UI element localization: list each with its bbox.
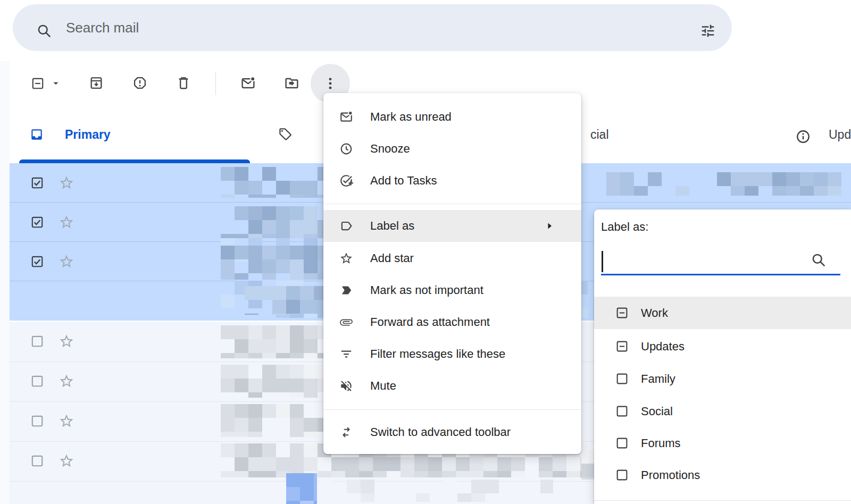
label-option-work[interactable]: Work <box>594 297 851 329</box>
report-spam-icon[interactable] <box>132 75 147 90</box>
search-input[interactable]: Search mail <box>66 4 139 51</box>
mute-icon <box>339 379 353 393</box>
primary-tab-icon <box>30 128 44 141</box>
submenu-arrow-icon <box>543 220 556 232</box>
submenu-divider <box>594 500 851 501</box>
tab-primary[interactable]: Primary <box>65 128 111 142</box>
mark-unread-icon[interactable] <box>240 75 256 91</box>
menu-item-switch-toolbar[interactable]: Switch to advanced toolbar <box>323 416 581 448</box>
search-options-icon[interactable] <box>700 23 716 39</box>
toolbar-divider <box>215 72 216 95</box>
row-checkbox-empty[interactable] <box>30 454 44 468</box>
search-icon <box>811 252 827 268</box>
label-as-title: Label as: <box>601 220 648 234</box>
label-option-family[interactable]: Family <box>594 363 851 395</box>
redacted-content <box>319 480 553 502</box>
row-checkbox-checked[interactable] <box>30 176 44 190</box>
menu-divider <box>323 409 581 410</box>
label-option-promotions[interactable]: Promotions <box>594 459 851 491</box>
search-field-underline <box>601 274 840 275</box>
move-to-icon[interactable] <box>284 75 299 91</box>
row-star-icon[interactable] <box>59 373 74 389</box>
redacted-content <box>286 473 317 504</box>
checkbox-empty-icon <box>615 372 629 385</box>
clock-icon <box>339 142 353 156</box>
primary-tab-underline <box>19 159 250 163</box>
checkbox-empty-icon <box>615 468 629 482</box>
label-as-submenu: Label as: Work Updates Family Social For… <box>594 209 851 504</box>
row-checkbox-empty[interactable] <box>30 374 44 388</box>
info-icon[interactable] <box>795 129 811 145</box>
row-star-icon[interactable] <box>59 453 74 469</box>
row-star-icon[interactable] <box>59 214 74 230</box>
select-dropdown-caret-icon[interactable] <box>50 78 62 89</box>
more-options-icon[interactable] <box>323 76 338 91</box>
menu-item-snooze[interactable]: Snooze <box>323 133 581 165</box>
menu-item-add-star[interactable]: Add star <box>323 242 581 274</box>
label-option-updates[interactable]: Updates <box>594 330 851 363</box>
select-all-checkbox-icon[interactable] <box>31 77 45 90</box>
menu-item-add-to-tasks[interactable]: Add to Tasks <box>323 165 581 197</box>
row-checkbox-empty[interactable] <box>30 334 44 348</box>
menu-item-forward-as-attachment[interactable]: Forward as attachment <box>323 306 581 338</box>
tab-updates-fragment[interactable]: Upd <box>829 128 851 142</box>
mail-unread-icon <box>339 110 353 124</box>
task-add-icon <box>339 174 353 188</box>
row-checkbox-checked[interactable] <box>30 255 44 268</box>
row-star-icon[interactable] <box>59 254 74 270</box>
page-gutter <box>0 61 10 504</box>
menu-item-mark-not-important[interactable]: Mark as not important <box>323 274 581 306</box>
tab-social-fragment[interactable]: cial <box>590 128 609 142</box>
importance-marker-icon <box>339 283 353 297</box>
paperclip-icon <box>339 315 353 329</box>
search-icon <box>36 23 52 39</box>
checkbox-indeterminate-icon <box>615 306 629 320</box>
more-options-menu: Mark as unread Snooze Add to Tasks Label… <box>323 93 581 454</box>
label-search-field[interactable] <box>601 247 840 275</box>
checkbox-empty-icon <box>615 405 629 418</box>
row-star-icon[interactable] <box>59 175 74 191</box>
checkbox-empty-icon <box>615 436 629 450</box>
menu-item-filter-messages[interactable]: Filter messages like these <box>323 338 581 370</box>
label-icon <box>339 219 353 233</box>
text-cursor <box>602 251 603 272</box>
delete-icon[interactable] <box>176 75 191 90</box>
switch-arrows-icon <box>339 425 353 439</box>
menu-item-mark-as-unread[interactable]: Mark as unread <box>323 101 581 133</box>
row-checkbox-checked[interactable] <box>30 215 44 229</box>
filter-icon <box>339 347 353 361</box>
label-option-social[interactable]: Social <box>594 395 851 427</box>
redacted-content <box>606 172 851 196</box>
row-star-icon[interactable] <box>59 333 74 349</box>
star-icon <box>339 251 353 265</box>
menu-divider <box>323 204 581 204</box>
archive-icon[interactable] <box>89 75 104 90</box>
tag-icon[interactable] <box>278 127 293 141</box>
row-checkbox-empty[interactable] <box>30 414 44 428</box>
search-bar[interactable]: Search mail <box>13 4 732 51</box>
row-star-icon[interactable] <box>59 413 74 429</box>
checkbox-indeterminate-icon <box>615 340 629 353</box>
menu-item-mute[interactable]: Mute <box>323 370 581 402</box>
redacted-content <box>581 450 594 480</box>
menu-item-label-as[interactable]: Label as <box>323 210 581 242</box>
gmail-window: Search mail Primary cial Upd <box>0 0 851 504</box>
label-option-forums[interactable]: Forums <box>594 427 851 459</box>
